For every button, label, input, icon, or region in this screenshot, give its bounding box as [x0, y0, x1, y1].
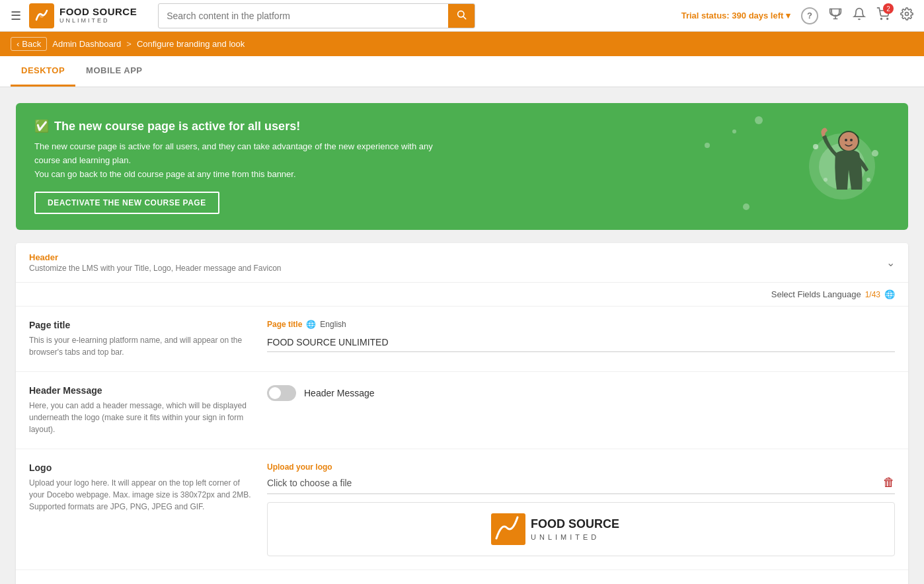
- page-title-control: Page title 🌐 English: [267, 320, 895, 352]
- page-title-heading: Page title: [29, 320, 254, 330]
- fields-lang-count: 1/43: [865, 290, 880, 299]
- logo-preview: FOOD SOURCE UNLIMITED: [267, 502, 895, 556]
- cart-badge: 2: [883, 3, 894, 14]
- svg-point-15: [824, 178, 828, 182]
- banner-title: ✅ The new course page is active for all …: [34, 119, 776, 133]
- fields-lang-label: Select Fields Language: [771, 289, 861, 299]
- header-message-label-block: Header Message Here, you can add a heade…: [29, 385, 254, 435]
- svg-text:UNLIMITED: UNLIMITED: [531, 533, 599, 541]
- logo-control: Upload your logo Click to choose a file …: [267, 462, 895, 556]
- header-message-toggle-label: Header Message: [304, 388, 375, 398]
- tabs-bar: DESKTOP MOBILE APP: [0, 56, 924, 87]
- cart-icon[interactable]: 2: [876, 7, 890, 24]
- logo-delete-icon[interactable]: 🗑: [883, 476, 895, 490]
- search-input[interactable]: [159, 5, 448, 26]
- header-section-chevron-icon: ⌄: [886, 256, 895, 269]
- check-circle-icon: ✅: [34, 119, 49, 133]
- back-label: Back: [22, 39, 41, 49]
- breadcrumb: ‹ Back Admin Dashboard > Configure brand…: [0, 32, 924, 56]
- trophy-icon[interactable]: [829, 7, 842, 24]
- fields-language-row: Select Fields Language 1/43 🌐: [16, 283, 908, 307]
- svg-point-1: [40, 14, 44, 18]
- top-nav: ☰ FOOD SOURCE UNLIMITED Trial status: 39…: [0, 0, 924, 32]
- header-message-toggle[interactable]: [267, 385, 296, 401]
- svg-point-10: [839, 132, 858, 151]
- header-section-desc: Customize the LMS with your Title, Logo,…: [29, 264, 282, 273]
- svg-line-3: [463, 17, 466, 19]
- tab-mobile-app[interactable]: MOBILE APP: [75, 56, 153, 87]
- logo-line2: UNLIMITED: [59, 18, 137, 24]
- svg-point-6: [905, 13, 909, 16]
- logo: FOOD SOURCE UNLIMITED: [29, 3, 137, 28]
- help-icon[interactable]: ?: [801, 7, 818, 24]
- svg-text:FOOD SOURCE: FOOD SOURCE: [531, 517, 619, 530]
- page-title-description: This is your e-learning platform name, a…: [29, 334, 254, 358]
- logo-line1: FOOD SOURCE: [59, 7, 137, 18]
- header-message-description: Here, you can add a header message, whic…: [29, 400, 254, 435]
- upload-logo-label: Upload your logo: [267, 462, 895, 472]
- header-section-text: Header Customize the LMS with your Title…: [29, 252, 282, 273]
- svg-point-12: [850, 139, 853, 141]
- svg-point-4: [881, 18, 882, 20]
- svg-point-13: [813, 144, 818, 149]
- trial-dropdown-icon[interactable]: ▾: [786, 11, 790, 20]
- field-lang: English: [320, 320, 346, 329]
- header-section-header[interactable]: Header Customize the LMS with your Title…: [16, 243, 908, 283]
- logo-upload-row: Click to choose a file 🗑: [267, 476, 895, 494]
- logo-heading: Logo: [29, 462, 254, 473]
- logo-click-text[interactable]: Click to choose a file: [267, 478, 352, 488]
- fields-lang-globe-icon[interactable]: 🌐: [884, 289, 895, 299]
- header-message-toggle-row: Header Message: [267, 385, 895, 401]
- header-message-control: Header Message: [267, 385, 895, 401]
- new-course-banner: ✅ The new course page is active for all …: [16, 103, 908, 230]
- logo-icon: [29, 3, 54, 28]
- nav-right: Trial status: 390 days left ▾ ? 2: [681, 7, 913, 24]
- back-button[interactable]: ‹ Back: [11, 37, 47, 51]
- header-section-card: Header Customize the LMS with your Title…: [16, 243, 908, 584]
- search-bar: [158, 3, 475, 28]
- svg-point-5: [887, 18, 888, 20]
- header-message-row: Header Message Here, you can add a heade…: [16, 372, 908, 449]
- logo-description: Upload your logo here. It will appear on…: [29, 477, 254, 513]
- bell-icon[interactable]: [853, 7, 866, 24]
- trial-status: Trial status: 390 days left ▾: [681, 11, 790, 20]
- deactivate-button[interactable]: DEACTIVATE THE NEW COURSE PAGE: [34, 192, 219, 214]
- svg-point-14: [872, 150, 878, 157]
- page-title-row: Page title This is your e-learning platf…: [16, 307, 908, 372]
- field-globe-icon: 🌐: [306, 320, 316, 329]
- page-title-field-label: Page title: [267, 320, 302, 329]
- page-title-input[interactable]: [267, 333, 895, 352]
- breadcrumb-admin-link[interactable]: Admin Dashboard: [52, 39, 121, 49]
- field-label-row: Page title 🌐 English: [267, 320, 895, 329]
- banner-description: The new course page is active for all us…: [34, 140, 776, 181]
- header-section-title: Header: [29, 252, 282, 262]
- favicon-row: Favicon Upload the favicon for your plat…: [16, 570, 908, 584]
- banner-illustration: [776, 103, 908, 230]
- page-title-label-block: Page title This is your e-learning platf…: [29, 320, 254, 358]
- main-content: ✅ The new course page is active for all …: [0, 87, 924, 584]
- settings-icon[interactable]: [900, 7, 913, 24]
- svg-point-11: [845, 139, 847, 141]
- trial-days: 390: [732, 11, 746, 20]
- search-button[interactable]: [448, 4, 475, 28]
- svg-point-16: [866, 178, 870, 182]
- header-message-heading: Header Message: [29, 385, 254, 396]
- tab-desktop[interactable]: DESKTOP: [11, 56, 75, 87]
- breadcrumb-separator: >: [126, 39, 132, 49]
- logo-label-block: Logo Upload your logo here. It will appe…: [29, 462, 254, 513]
- back-arrow-icon: ‹: [17, 39, 19, 49]
- toggle-knob: [269, 387, 281, 399]
- logo-text: FOOD SOURCE UNLIMITED: [59, 7, 137, 24]
- hamburger-icon[interactable]: ☰: [11, 9, 21, 23]
- logo-row: Logo Upload your logo here. It will appe…: [16, 449, 908, 570]
- breadcrumb-current-page: Configure branding and look: [137, 39, 245, 49]
